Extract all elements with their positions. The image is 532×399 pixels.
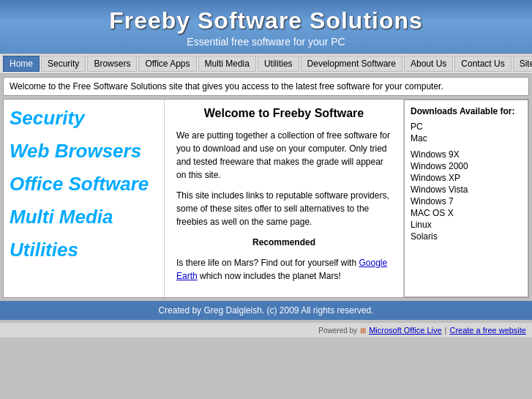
left-link-office-software[interactable]: Office Software [10, 173, 158, 195]
site-subtitle: Essential free software for your PC [0, 36, 532, 48]
left-link-multi-media[interactable]: Multi Media [10, 206, 158, 228]
download-item: Windows 9X [411, 149, 522, 160]
nav-item-security[interactable]: Security [41, 56, 86, 72]
nav-item-browsers[interactable]: Browsers [87, 56, 137, 72]
download-item: Solaris [411, 231, 522, 242]
main-content: SecurityWeb BrowsersOffice SoftwareMulti… [3, 99, 529, 298]
download-item: PC [411, 121, 522, 133]
middle-para1: We are putting together a collection of … [176, 129, 391, 182]
left-link-security[interactable]: Security [10, 107, 158, 130]
download-item: Linux [411, 219, 522, 231]
download-item: Windows 2000 [411, 160, 522, 172]
middle-column: Welcome to Freeby Software We are puttin… [165, 100, 404, 297]
powered-label: Powered by [318, 327, 357, 335]
download-item: Windows 7 [411, 195, 522, 207]
ms-office-link[interactable]: Microsoft Office Live [369, 326, 441, 335]
nav-item-office-apps[interactable]: Office Apps [138, 56, 196, 72]
middle-heading: Welcome to Freeby Software [176, 107, 391, 120]
downloads-list: PCMacWindows 9XWindows 2000Windows XPWin… [411, 121, 522, 242]
nav-item-contact-us[interactable]: Contact Us [454, 56, 511, 72]
nav-item-development-software[interactable]: Development Software [301, 56, 402, 72]
welcome-bar: Welcome to the Free Software Solutions s… [3, 77, 529, 96]
nav-item-about-us[interactable]: About Us [404, 56, 453, 72]
site-header: Freeby Software Solutions Essential free… [0, 0, 532, 53]
downloads-heading: Downloads Available for: [411, 106, 522, 116]
recommended-text-before: Is there life on Mars? Find out for your… [176, 258, 359, 268]
footer: Created by Greg Dalgleish. (c) 2009 All … [0, 301, 532, 320]
recommended-para: Is there life on Mars? Find out for your… [176, 256, 391, 283]
welcome-text: Welcome to the Free Software Solutions s… [10, 81, 443, 92]
site-title: Freeby Software Solutions [0, 7, 532, 34]
nav-item-multi-media[interactable]: Multi Media [198, 56, 256, 72]
nav-item-utilities[interactable]: Utilities [258, 56, 299, 72]
download-item: Windows XP [411, 172, 522, 184]
create-website-link[interactable]: Create a free website [449, 326, 526, 335]
left-column: SecurityWeb BrowsersOffice SoftwareMulti… [4, 100, 165, 297]
left-link-web-browsers[interactable]: Web Browsers [10, 140, 158, 163]
recommended-text-after: which now includes the planet Mars! [198, 271, 341, 281]
nav-item-home[interactable]: Home [3, 56, 40, 72]
middle-para2: This site includes links to reputable so… [176, 189, 391, 228]
nav-item-site-map[interactable]: Site Map [513, 56, 532, 72]
footer-text: Created by Greg Dalgleish. (c) 2009 All … [158, 305, 373, 316]
ms-icon: ⊞ [360, 327, 366, 335]
bottom-bar: Powered by ⊞ Microsoft Office Live | Cre… [0, 323, 532, 338]
navbar: HomeSecurityBrowsersOffice AppsMulti Med… [0, 53, 532, 74]
download-item: Mac [411, 133, 522, 144]
recommended-title: Recommended [176, 236, 391, 249]
right-column: Downloads Available for: PCMacWindows 9X… [404, 100, 528, 297]
left-link-utilities[interactable]: Utilities [10, 239, 158, 261]
download-item: MAC OS X [411, 207, 522, 219]
separator: | [445, 326, 447, 335]
download-item: Windows Vista [411, 184, 522, 195]
